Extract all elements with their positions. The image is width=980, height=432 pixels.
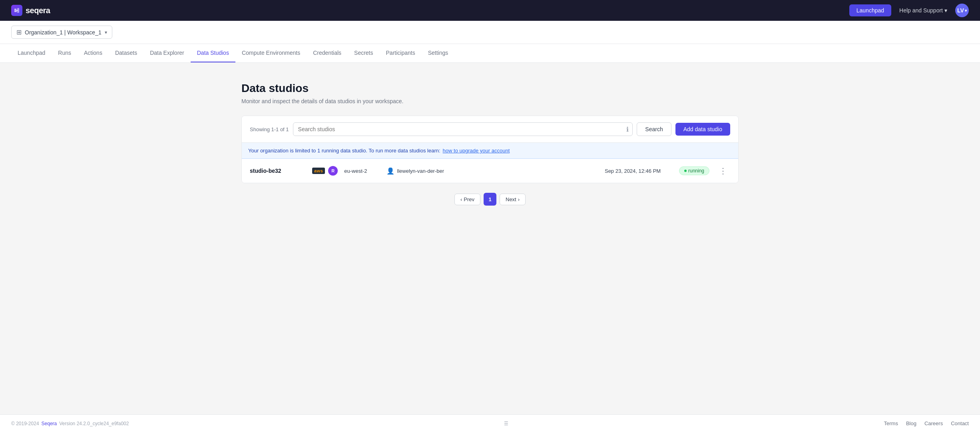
help-support-button[interactable]: Help and Support	[899, 7, 947, 14]
footer-terms-link[interactable]: Terms	[884, 420, 898, 426]
more-options-button[interactable]: ⋮	[716, 164, 730, 177]
footer-right: Terms Blog Careers Contact	[884, 420, 969, 426]
logo-text: seqera	[26, 6, 50, 15]
studio-provider: aws R	[312, 166, 338, 176]
footer-left: © 2019-2024 Seqera Version 24.2.0_cycle2…	[11, 421, 129, 426]
footer-version: Version 24.2.0_cycle24_e9fa002	[59, 421, 129, 426]
topnav-right: Launchpad Help and Support LV ▾	[849, 4, 969, 17]
avatar-button[interactable]: LV ▾	[955, 4, 969, 17]
topnav-left: seqera	[11, 5, 50, 16]
status-label: running	[688, 168, 704, 174]
tab-data-studios[interactable]: Data Studios	[191, 44, 235, 62]
info-banner-text: Your organization is limited to 1 runnin…	[248, 148, 440, 154]
aws-provider-badge: aws	[312, 168, 325, 174]
logo-icon	[11, 5, 22, 16]
tab-secrets[interactable]: Secrets	[348, 44, 379, 62]
studio-name[interactable]: studio-be32	[250, 168, 306, 174]
table-row: studio-be32 aws R eu-west-2 👤 llewelyn-v…	[242, 159, 738, 183]
svg-rect-0	[17, 8, 19, 13]
footer-center: ☰	[504, 421, 508, 426]
search-input-wrap: ℹ	[293, 122, 633, 136]
search-input[interactable]	[293, 122, 633, 136]
studio-username: llewelyn-van-der-ber	[397, 168, 444, 174]
footer-careers-link[interactable]: Careers	[924, 420, 943, 426]
chevron-left-icon: ‹	[460, 196, 462, 202]
workspace-bar: ⊞ Organization_1 | Workspace_1	[0, 21, 980, 44]
launchpad-button[interactable]: Launchpad	[849, 4, 891, 16]
showing-count: Showing 1-1 of 1	[250, 126, 289, 132]
tab-participants[interactable]: Participants	[380, 44, 422, 62]
tab-compute-environments[interactable]: Compute Environments	[235, 44, 307, 62]
tab-actions[interactable]: Actions	[78, 44, 109, 62]
user-icon: 👤	[386, 167, 394, 175]
main-nav: Launchpad Runs Actions Datasets Data Exp…	[0, 44, 980, 63]
chevron-down-icon: ▾	[965, 8, 967, 13]
page-content: Data studios Monitor and inspect the det…	[230, 63, 750, 414]
workspace-chevron-icon	[105, 30, 107, 35]
studios-container: Showing 1-1 of 1 ℹ Search Add data studi…	[241, 116, 739, 183]
add-studio-button[interactable]: Add data studio	[675, 123, 730, 136]
tab-launchpad[interactable]: Launchpad	[11, 44, 52, 62]
workspace-selector[interactable]: ⊞ Organization_1 | Workspace_1	[11, 26, 112, 39]
avatar-initials: LV	[957, 7, 964, 14]
tab-runs[interactable]: Runs	[52, 44, 78, 62]
tab-data-explorer[interactable]: Data Explorer	[143, 44, 191, 62]
upgrade-account-link[interactable]: how to upgrade your account	[443, 148, 510, 154]
footer-copyright: © 2019-2024	[11, 421, 39, 426]
status-badge: running	[679, 166, 709, 175]
chevron-down-icon	[944, 7, 947, 14]
studio-region: eu-west-2	[344, 168, 380, 174]
footer-blog-link[interactable]: Blog	[906, 420, 916, 426]
footer-contact-link[interactable]: Contact	[951, 420, 969, 426]
page-subtitle: Monitor and inspect the details of data …	[241, 98, 739, 104]
seqera-icon: ☰	[504, 421, 508, 426]
chevron-right-icon: ›	[518, 196, 520, 202]
workspace-icon: ⊞	[16, 28, 22, 36]
page-title: Data studios	[241, 82, 739, 95]
tab-credentials[interactable]: Credentials	[307, 44, 348, 62]
search-button[interactable]: Search	[637, 122, 671, 136]
search-row: Showing 1-1 of 1 ℹ Search Add data studi…	[242, 116, 738, 143]
footer: © 2019-2024 Seqera Version 24.2.0_cycle2…	[0, 414, 980, 432]
tab-datasets[interactable]: Datasets	[109, 44, 143, 62]
logo[interactable]: seqera	[11, 5, 50, 16]
prev-page-button[interactable]: ‹ Prev	[454, 194, 480, 205]
workspace-label: Organization_1 | Workspace_1	[25, 29, 102, 36]
footer-seqera-link[interactable]: Seqera	[42, 421, 57, 426]
tab-settings[interactable]: Settings	[422, 44, 455, 62]
container-r-badge: R	[328, 166, 338, 176]
status-dot	[684, 170, 687, 172]
studio-date: Sep 23, 2024, 12:46 PM	[605, 168, 673, 174]
studio-user: 👤 llewelyn-van-der-ber	[386, 167, 598, 175]
info-icon[interactable]: ℹ	[626, 126, 629, 133]
next-page-button[interactable]: Next ›	[500, 194, 526, 205]
page-number-1[interactable]: 1	[484, 193, 496, 206]
info-banner: Your organization is limited to 1 runnin…	[242, 143, 738, 159]
pagination: ‹ Prev 1 Next ›	[241, 183, 739, 209]
topnav: seqera Launchpad Help and Support LV ▾	[0, 0, 980, 21]
